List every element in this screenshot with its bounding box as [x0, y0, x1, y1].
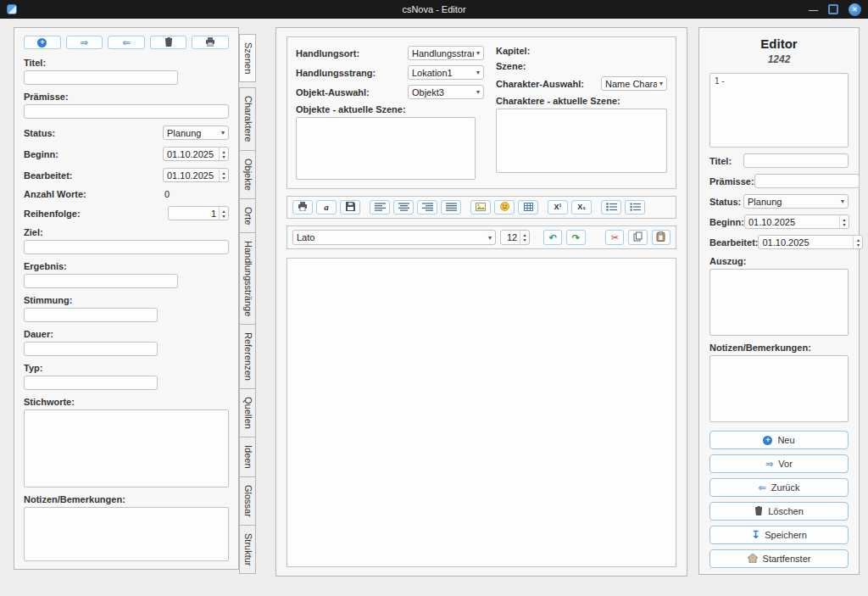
- beginn-date-spinner[interactable]: 01.10.2025 ▴▾: [744, 214, 849, 229]
- align-justify-button[interactable]: [441, 200, 461, 214]
- notizen-textarea[interactable]: [709, 355, 849, 422]
- handlungsstrang-select[interactable]: Lokation1 ▾: [408, 65, 484, 80]
- bearbeitet-label: Bearbeitet:: [709, 237, 758, 248]
- copy-button[interactable]: [628, 230, 647, 245]
- objekte-szene-listbox[interactable]: [296, 117, 476, 180]
- loeschen-button[interactable]: Löschen: [709, 502, 849, 521]
- tab-quellen[interactable]: Quellen: [239, 388, 256, 437]
- spinner-arrows[interactable]: ▴▾: [520, 231, 529, 244]
- spin-down-icon: ▾: [857, 242, 860, 248]
- insert-image-button[interactable]: [470, 200, 491, 214]
- print-button[interactable]: [292, 200, 313, 214]
- typ-input[interactable]: [24, 376, 158, 390]
- next-scene-button[interactable]: ⇒: [66, 36, 103, 49]
- vor-button[interactable]: ⇒ Vor: [709, 454, 849, 473]
- speichern-button[interactable]: ↧ Speichern: [709, 526, 849, 544]
- italic-icon: a: [324, 203, 329, 212]
- align-right-button[interactable]: [417, 200, 437, 214]
- ergebnis-label: Ergebnis:: [24, 261, 229, 271]
- titel-input[interactable]: [24, 70, 178, 85]
- minimize-button[interactable]: —: [809, 5, 818, 14]
- align-left-button[interactable]: [370, 200, 390, 214]
- text-editor-area[interactable]: [287, 258, 676, 567]
- dauer-input[interactable]: [24, 342, 158, 356]
- trash-icon: [754, 505, 763, 517]
- spinner-arrows[interactable]: ▴▾: [219, 207, 228, 220]
- font-toolbar: Lato ▾ 12 ▴▾ ↶ ↷ ✂: [287, 226, 676, 249]
- back-arrow-icon: ⇐: [759, 483, 766, 493]
- tab-charaktere[interactable]: Charaktere: [239, 87, 256, 150]
- zurueck-button[interactable]: ⇐ Zurück: [709, 478, 849, 497]
- spinner-arrows[interactable]: ▴▾: [853, 236, 862, 248]
- align-center-button[interactable]: [393, 200, 414, 214]
- tab-orte[interactable]: Orte: [239, 198, 256, 233]
- subscript-button[interactable]: X₁: [571, 200, 592, 214]
- kapitel-label: Kapitel:: [496, 46, 667, 56]
- redo-button[interactable]: ↷: [566, 230, 585, 245]
- font-size-spinner[interactable]: 12 ▴▾: [500, 230, 530, 245]
- align-left-icon: [375, 203, 386, 213]
- auszug-textarea[interactable]: [709, 269, 849, 336]
- spinner-arrows[interactable]: ▴▾: [219, 148, 228, 160]
- save-scene-button[interactable]: [192, 36, 229, 49]
- charaktere-szene-listbox[interactable]: [496, 109, 667, 173]
- charakter-auswahl-select[interactable]: Name Chara ▾: [601, 76, 667, 91]
- spinner-arrows[interactable]: ▴▾: [839, 215, 849, 228]
- new-scene-button[interactable]: +: [24, 36, 61, 49]
- ergebnis-input[interactable]: [24, 274, 178, 288]
- handlungsort-select[interactable]: Handlungsstrar ▾: [408, 46, 484, 60]
- paste-button[interactable]: [652, 230, 670, 245]
- export-button[interactable]: [340, 200, 360, 214]
- maximize-button[interactable]: [828, 4, 838, 14]
- cut-button[interactable]: ✂: [605, 230, 624, 245]
- window-title: csNova - Editor: [0, 4, 868, 14]
- tab-ideen[interactable]: Ideen: [239, 437, 256, 477]
- spin-down-icon: ▾: [843, 222, 845, 227]
- scene-list-item[interactable]: 1 -: [715, 76, 725, 86]
- titlebar: csNova - Editor — ×: [0, 0, 868, 19]
- praemisse-input[interactable]: [24, 104, 229, 119]
- font-family-select[interactable]: Lato ▾: [292, 230, 496, 245]
- bullet-list-button[interactable]: [601, 200, 621, 214]
- numbered-list-button[interactable]: [625, 200, 645, 214]
- tab-objekte[interactable]: Objekte: [239, 150, 256, 199]
- titel-input[interactable]: [743, 153, 849, 168]
- praemisse-input[interactable]: [754, 174, 860, 188]
- scene-listbox[interactable]: 1 -: [709, 73, 849, 148]
- forward-arrow-icon: ⇒: [81, 38, 88, 47]
- bullet-list-icon: [606, 203, 617, 213]
- previous-scene-button[interactable]: ⇐: [108, 36, 145, 49]
- stichworte-textarea[interactable]: [24, 409, 229, 487]
- charaktere-szene-label: Charaktere - aktuelle Szene:: [496, 96, 667, 106]
- tab-referenzen[interactable]: Referenzen: [239, 324, 256, 389]
- tab-handlungsstraenge[interactable]: Handlungsstränge: [239, 232, 256, 325]
- reihenfolge-spinner[interactable]: 1 ▴▾: [168, 206, 229, 220]
- superscript-button[interactable]: X¹: [548, 200, 568, 214]
- charakter-auswahl-label: Charakter-Auswahl:: [496, 79, 601, 89]
- notizen-textarea[interactable]: [24, 507, 229, 561]
- ziel-input[interactable]: [24, 240, 229, 254]
- bearbeitet-date-spinner[interactable]: 01.10.2025 ▴▾: [758, 235, 863, 249]
- align-right-icon: [422, 203, 433, 213]
- tab-szenen[interactable]: Szenen: [239, 34, 256, 82]
- insert-emoji-button[interactable]: [494, 200, 515, 214]
- tab-glossar[interactable]: Glossar: [239, 476, 256, 526]
- delete-scene-button[interactable]: [150, 36, 187, 49]
- window-controls: — ×: [809, 3, 861, 16]
- insert-table-button[interactable]: [518, 200, 538, 214]
- neu-button[interactable]: + Neu: [709, 431, 849, 449]
- status-select[interactable]: Planung ▾: [743, 194, 849, 209]
- beginn-date-spinner[interactable]: 01.10.2025 ▴▾: [163, 147, 229, 161]
- undo-button[interactable]: ↶: [543, 230, 562, 245]
- bearbeitet-date-spinner[interactable]: 01.10.2025 ▴▾: [163, 168, 229, 182]
- close-button[interactable]: ×: [849, 3, 861, 16]
- status-select[interactable]: Planung ▾: [163, 125, 229, 140]
- stimmung-input[interactable]: [24, 308, 158, 322]
- startfenster-button[interactable]: Startfenster: [709, 549, 849, 568]
- spinner-arrows[interactable]: ▴▾: [219, 169, 228, 181]
- tab-struktur[interactable]: Struktur: [239, 525, 256, 575]
- objekt-auswahl-select[interactable]: Objekt3 ▾: [408, 85, 484, 99]
- home-icon: [748, 554, 758, 565]
- font-style-button[interactable]: a: [316, 200, 337, 214]
- notizen-label: Notizen/Bemerkungen:: [709, 343, 849, 353]
